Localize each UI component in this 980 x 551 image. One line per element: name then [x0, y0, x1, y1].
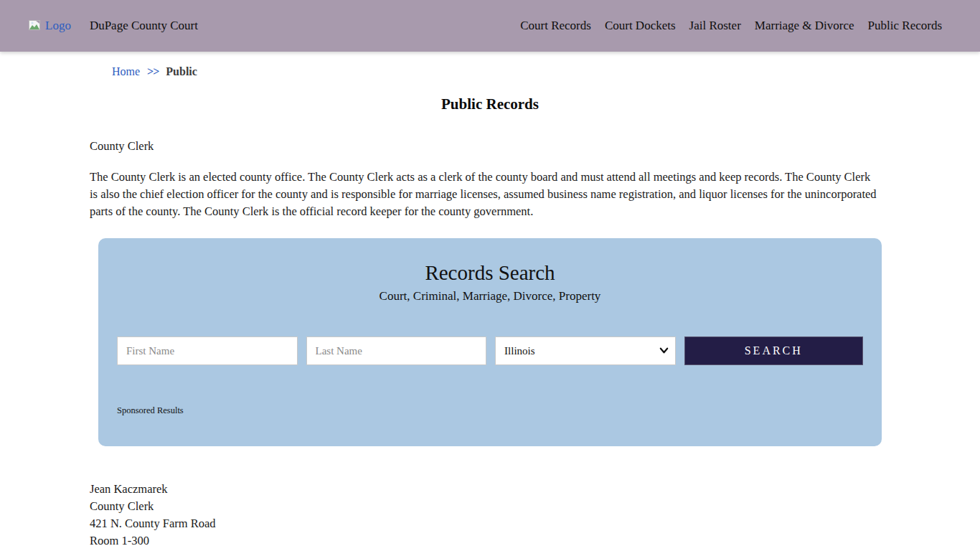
records-search-panel: Records Search Court, Criminal, Marriage… — [98, 238, 882, 446]
state-select[interactable]: Illinois — [495, 336, 675, 365]
logo-link[interactable]: Logo — [29, 19, 71, 33]
breadcrumb-separator: >> — [147, 65, 159, 78]
sponsored-results-label: Sponsored Results — [117, 405, 863, 416]
first-name-input[interactable] — [117, 336, 298, 365]
breadcrumb: Home >> Public — [112, 65, 980, 78]
contact-title: County Clerk — [90, 498, 980, 515]
nav-court-dockets[interactable]: Court Dockets — [605, 19, 676, 33]
header: Logo DuPage County Court Court Records C… — [0, 0, 980, 52]
breadcrumb-home-link[interactable]: Home — [112, 65, 140, 78]
county-clerk-description: The County Clerk is an elected county of… — [90, 169, 880, 220]
contact-address: 421 N. County Farm Road — [90, 515, 980, 532]
nav-public-records[interactable]: Public Records — [868, 19, 942, 33]
contact-name: Jean Kaczmarek — [90, 481, 980, 498]
nav-jail-roster[interactable]: Jail Roster — [689, 19, 741, 33]
search-button[interactable]: SEARCH — [684, 336, 863, 365]
main-nav: Court Records Court Dockets Jail Roster … — [520, 19, 942, 33]
nav-court-records[interactable]: Court Records — [520, 19, 591, 33]
logo-alt-text: Logo — [45, 19, 71, 33]
records-search-subtitle: Court, Criminal, Marriage, Divorce, Prop… — [117, 289, 863, 303]
section-label: County Clerk — [90, 139, 980, 154]
contact-block: Jean Kaczmarek County Clerk 421 N. Count… — [90, 481, 980, 550]
state-select-wrap: Illinois — [495, 336, 675, 365]
broken-image-icon — [29, 20, 43, 32]
contact-room: Room 1-300 — [90, 532, 980, 550]
nav-marriage-divorce[interactable]: Marriage & Divorce — [755, 19, 854, 33]
search-form-row: Illinois SEARCH — [117, 336, 863, 365]
last-name-input[interactable] — [306, 336, 487, 365]
breadcrumb-current: Public — [166, 65, 197, 78]
page-title: Public Records — [0, 95, 980, 113]
site-title: DuPage County Court — [90, 19, 198, 33]
records-search-title: Records Search — [117, 261, 863, 285]
